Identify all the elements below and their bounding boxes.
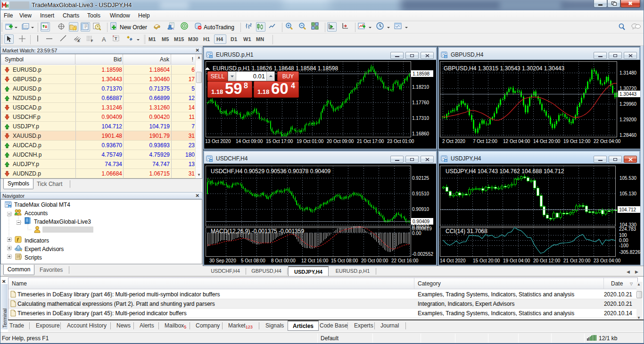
svg-text:14 Oct 20:00: 14 Oct 20:00 (533, 139, 561, 144)
svg-text:-100: -100 (619, 243, 628, 248)
svg-text:105.130: 105.130 (619, 191, 637, 196)
svg-text:224.783: 224.783 (619, 227, 636, 232)
svg-text:0.00: 0.00 (619, 238, 628, 243)
svg-text:0.91510: 0.91510 (412, 191, 429, 196)
svg-text:1.17760: 1.17760 (412, 100, 429, 105)
svg-text:F: F (91, 39, 93, 42)
svg-text:104.712: 104.712 (619, 207, 636, 212)
svg-text:30 Sep 2020: 30 Sep 2020 (209, 258, 236, 263)
svg-text:21 Oct 17:00: 21 Oct 17:00 (357, 139, 384, 144)
svg-text:1.17310: 1.17310 (412, 116, 429, 121)
svg-text:1.29960: 1.29960 (619, 101, 637, 107)
svg-text:w: w (444, 55, 447, 58)
svg-text:100: 100 (619, 233, 627, 238)
svg-text:-305.8226: -305.8226 (619, 250, 640, 255)
svg-text:14 Oct 2020: 14 Oct 2020 (440, 258, 466, 263)
svg-text:8 Oct 00:00: 8 Oct 00:00 (271, 258, 296, 263)
svg-text:5 Oct 08:00: 5 Oct 08:00 (241, 258, 265, 263)
svg-text:EURUSD.p,H1 1.18626 1.18648 1: EURUSD.p,H1 1.18626 1.18648 1.18584 1.18… (213, 65, 339, 72)
svg-text:USDCHF,H4 0.90529 0.90536 0.9: USDCHF,H4 0.90529 0.90536 0.90378 0.9040… (211, 168, 331, 175)
svg-text:19 Oct 12:00: 19 Oct 12:00 (563, 139, 591, 144)
svg-text:Terminal: Terminal (2, 308, 8, 328)
svg-text:7 Oct 12:00: 7 Oct 12:00 (473, 139, 497, 144)
svg-text:0.92125: 0.92125 (412, 176, 429, 181)
svg-text:w: w (209, 55, 212, 58)
svg-text:w: w (444, 159, 447, 162)
svg-text:13 Oct 2020: 13 Oct 2020 (205, 139, 231, 144)
svg-text:21 Oct 20:00: 21 Oct 20:00 (563, 258, 591, 263)
svg-text:0.00: 0.00 (412, 231, 421, 236)
svg-text:14 Oct 09:00: 14 Oct 09:00 (236, 139, 263, 144)
svg-text:MACD(12,26,9) -0.001375 -0.001: MACD(12,26,9) -0.001375 -0.001359 (211, 228, 304, 235)
svg-text:USDJPY,H4 104.743 104.762 104: USDJPY,H4 104.743 104.762 104.688 104.71… (446, 168, 564, 175)
svg-text:w: w (209, 159, 212, 162)
svg-text:GBPUSD,H4 1.30315 1.30543 1.3: GBPUSD,H4 1.30315 1.30543 1.30204 1.3044… (444, 65, 565, 72)
svg-text:0.90409: 0.90409 (413, 219, 430, 224)
svg-text:0.90910: 0.90910 (412, 207, 429, 212)
svg-text:1.28460: 1.28460 (619, 133, 637, 138)
svg-text:19 Oct 01:00: 19 Oct 01:00 (297, 139, 324, 144)
svg-text:CCI(14) 31.7068: CCI(14) 31.7068 (446, 228, 487, 235)
svg-text:T: T (115, 36, 117, 41)
svg-text:1.18598: 1.18598 (413, 71, 430, 76)
svg-text:1.29200: 1.29200 (619, 117, 637, 122)
svg-text:15 Oct 20:00: 15 Oct 20:00 (473, 258, 500, 263)
svg-text:15 Oct 17:00: 15 Oct 17:00 (266, 139, 293, 144)
svg-text:1.16860: 1.16860 (412, 131, 429, 136)
svg-text:12 Oct 04:00: 12 Oct 04:00 (503, 139, 530, 144)
svg-text:1.31480: 1.31480 (619, 70, 637, 76)
svg-text:1.30720: 1.30720 (619, 86, 637, 91)
svg-text:20 Oct 00:00: 20 Oct 00:00 (361, 258, 388, 263)
svg-text:20 Oct 12:00: 20 Oct 12:00 (533, 258, 561, 263)
svg-text:1.30443: 1.30443 (619, 92, 637, 97)
svg-text:2 Oct 2020: 2 Oct 2020 (442, 139, 465, 144)
svg-text:22 Oct 16:00: 22 Oct 16:00 (391, 258, 419, 263)
svg-text:E: E (78, 39, 80, 42)
svg-text:23 Oct 01:00: 23 Oct 01:00 (387, 139, 414, 144)
svg-text:20 Oct 09:00: 20 Oct 09:00 (327, 139, 354, 144)
svg-text:1.18210: 1.18210 (412, 84, 429, 90)
svg-text:19 Oct 04:00: 19 Oct 04:00 (503, 258, 530, 263)
svg-text:15 Oct 08:00: 15 Oct 08:00 (331, 258, 358, 263)
svg-text:12 Oct 16:00: 12 Oct 16:00 (301, 258, 329, 263)
svg-text:w: w (8, 205, 11, 208)
svg-text:-0.002552: -0.002552 (412, 252, 433, 257)
svg-text:22 Oct 04:00: 22 Oct 04:00 (594, 139, 621, 144)
svg-text:105.530: 105.530 (619, 176, 637, 181)
svg-text:23 Oct 04:00: 23 Oct 04:00 (594, 258, 621, 263)
